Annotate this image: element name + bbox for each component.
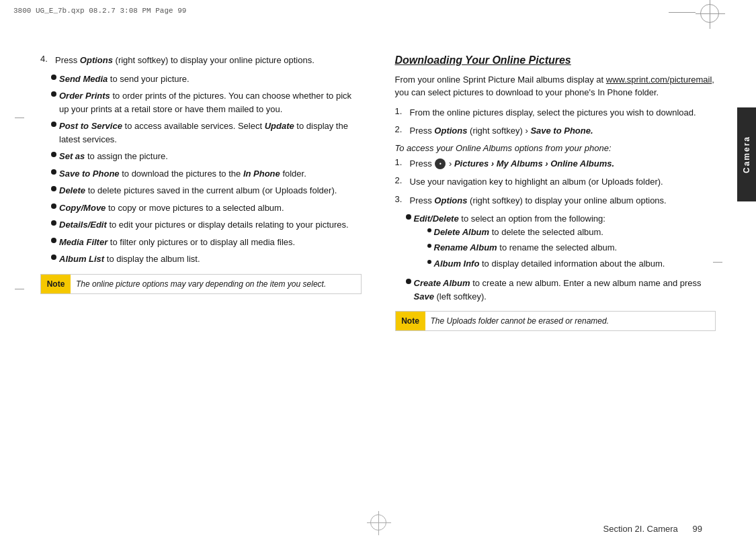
bullet-dot — [51, 122, 56, 127]
right-step-a3-num: 3. — [395, 194, 407, 207]
right-step-a2-text: Use your navigation key to highlight an … — [410, 175, 663, 189]
right-step-a2: 2. Use your navigation key to highlight … — [395, 175, 716, 189]
send-media-text: Send Media to send your picture. — [59, 73, 190, 86]
bullet-details-edit: Details/Edit to edit your pictures or di… — [51, 218, 362, 232]
bullet-media-filter: Media Filter to filter only pictures or … — [51, 236, 362, 249]
bullet-dot — [51, 238, 56, 243]
copy-move-text: Copy/Move to copy or move pictures to a … — [59, 201, 284, 215]
bullet-set-as: Set as to assign the picture. — [51, 150, 362, 163]
sub-bullet-album-info: Album Info to display detailed informati… — [427, 257, 665, 271]
right-step-2-text: Press Options (right softkey) › Save to … — [410, 124, 593, 138]
bullet-dot — [51, 203, 56, 209]
right-step-a1: 1. Press • › Pictures › My Albums › Onli… — [395, 157, 716, 171]
menu-icon: • — [435, 158, 446, 169]
bullet-edit-delete: Edit/Delete to select an option from the… — [406, 212, 716, 273]
sub-bullet-dot — [427, 244, 431, 248]
right-note-box: Note The Uploads folder cannot be erased… — [395, 311, 716, 331]
bullet-post-to-service: Post to Service to access available serv… — [51, 120, 362, 146]
options-bullet-list: Send Media to send your picture. Order P… — [51, 73, 362, 266]
crop-mark-top-right — [669, 12, 696, 13]
sub-bullet-rename-album: Rename Album to rename the selected albu… — [427, 241, 665, 255]
right-step-a3: 3. Press Options (right softkey) to disp… — [395, 194, 716, 207]
post-to-service-text: Post to Service to access available serv… — [59, 120, 362, 146]
bullet-dot — [51, 75, 56, 80]
left-note-box: Note The online picture options may vary… — [40, 274, 362, 294]
right-step-1: 1. From the online pictures display, sel… — [395, 106, 716, 120]
order-prints-text: Order Prints to order prints of the pict… — [59, 89, 362, 116]
save-to-phone-text: Save to Phone to download the pictures t… — [59, 167, 306, 181]
bullet-order-prints: Order Prints to order prints of the pict… — [51, 89, 362, 116]
margin-mark-left-top — [15, 118, 24, 118]
bullet-save-to-phone: Save to Phone to download the pictures t… — [51, 167, 362, 181]
footer-section-text: Section 2I. Camera — [603, 524, 678, 534]
edit-delete-container: Edit/Delete to select an option from the… — [414, 212, 665, 273]
left-note-text: The online picture options may vary depe… — [71, 275, 331, 293]
bottom-reg-circle — [370, 514, 386, 530]
bullet-album-list: Album List to display the album list. — [51, 252, 362, 266]
right-step-2: 2. Press Options (right softkey) › Save … — [395, 124, 716, 138]
step-4-num: 4. — [40, 54, 52, 67]
page-container: 3800 UG_E_7b.qxp 08.2.7 3:08 PM Page 99 … — [0, 0, 756, 554]
bullet-dot — [51, 152, 56, 157]
rename-album-text: Rename Album to rename the selected albu… — [434, 241, 618, 255]
right-step-1-text: From the online pictures display, select… — [410, 106, 696, 120]
step-4: 4. Press Options (right softkey) to disp… — [40, 54, 362, 67]
bullet-copy-move: Copy/Move to copy or move pictures to a … — [51, 201, 362, 215]
right-step-a2-num: 2. — [395, 175, 407, 189]
options-label: Options — [80, 55, 113, 65]
sub-bullet-delete-album: Delete Album to delete the selected albu… — [427, 226, 665, 239]
right-step-a1-text: Press • › Pictures › My Albums › Online … — [410, 157, 615, 171]
bullet-dot — [406, 214, 411, 220]
delete-album-text: Delete Album to delete the selected albu… — [434, 226, 603, 239]
print-header: 3800 UG_E_7b.qxp 08.2.7 3:08 PM Page 99 — [13, 7, 186, 15]
left-column: 4. Press Options (right softkey) to disp… — [40, 54, 368, 500]
sub-bullet-dot — [427, 260, 431, 264]
left-note-label: Note — [41, 275, 71, 293]
bullet-create-album: Create Album to create a new album. Ente… — [406, 277, 716, 303]
camera-side-tab: Camera — [737, 107, 756, 201]
registration-mark-bottom — [370, 514, 386, 530]
right-step-a3-text: Press Options (right softkey) to display… — [410, 194, 667, 207]
right-intro-text: From your online Sprint Picture Mail alb… — [395, 73, 716, 99]
album-info-text: Album Info to display detailed informati… — [434, 257, 665, 271]
edit-delete-sub-list: Delete Album to delete the selected albu… — [427, 226, 665, 271]
bullet-dot — [51, 255, 56, 260]
right-step-2-num: 2. — [395, 124, 407, 138]
margin-mark-left-mid — [15, 289, 24, 289]
step-4-text: Press Options (right softkey) to display… — [55, 54, 314, 67]
right-section-heading: Downloading Your Online Pictures — [395, 54, 716, 68]
bullet-delete: Delete to delete pictures saved in the c… — [51, 184, 362, 197]
bullet-dot — [51, 220, 56, 226]
bullet-dot — [51, 186, 56, 191]
right-step-1-num: 1. — [395, 106, 407, 120]
bullet-dot — [51, 169, 56, 175]
right-note-text: The Uploads folder cannot be erased or r… — [425, 312, 615, 330]
edit-delete-text: Edit/Delete to select an option from the… — [414, 214, 605, 224]
sprint-url: www.sprint.com/picturemail — [606, 75, 712, 85]
registration-mark-top-right — [700, 4, 719, 23]
online-albums-heading: To access your Online Albums options fro… — [395, 143, 716, 153]
right-column: Downloading Your Online Pictures From yo… — [388, 54, 716, 500]
side-tab-label: Camera — [742, 136, 751, 173]
bullet-dot — [406, 279, 411, 284]
album-options-list: Edit/Delete to select an option from the… — [406, 212, 716, 303]
sub-bullet-dot — [427, 228, 431, 232]
right-step-a1-num: 1. — [395, 157, 407, 171]
create-album-text: Create Album to create a new album. Ente… — [414, 277, 716, 303]
details-edit-text: Details/Edit to edit your pictures or di… — [59, 218, 349, 232]
delete-text: Delete to delete pictures saved in the c… — [59, 184, 337, 197]
bullet-dot — [51, 91, 56, 97]
right-note-label: Note — [396, 312, 425, 330]
bullet-send-media: Send Media to send your picture. — [51, 73, 362, 86]
footer-page-number: 99 — [693, 524, 702, 534]
album-list-text: Album List to display the album list. — [59, 252, 200, 266]
media-filter-text: Media Filter to filter only pictures or … — [59, 236, 295, 249]
set-as-text: Set as to assign the picture. — [59, 150, 168, 163]
content-area: 4. Press Options (right softkey) to disp… — [40, 54, 716, 500]
